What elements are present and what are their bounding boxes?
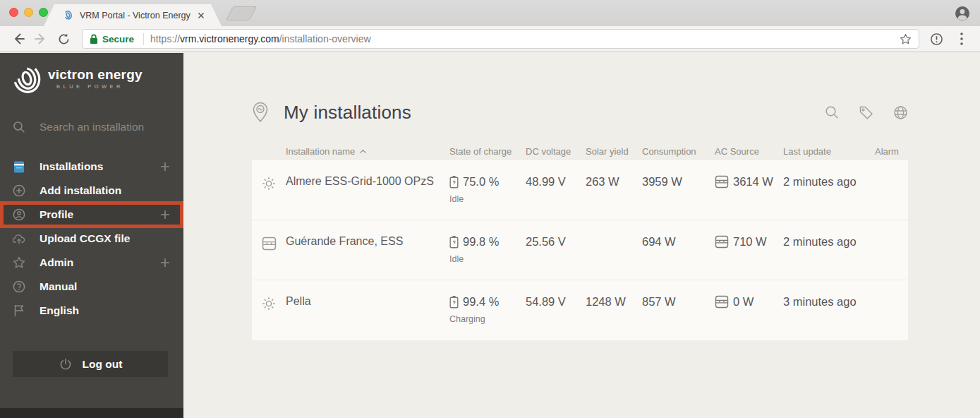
sidebar-menu: Installations Add installation Profil	[0, 155, 183, 323]
ac-source-icon	[715, 295, 729, 309]
last-update-cell: 3 minutes ago	[783, 280, 875, 340]
sidebar-item-manual[interactable]: Manual	[0, 275, 183, 299]
url-scheme: https://	[150, 33, 180, 44]
ac-source-cell: 0 W	[715, 280, 783, 340]
column-installation-name[interactable]: Installation name	[286, 146, 449, 157]
last-update-cell: 2 minutes ago	[783, 160, 875, 220]
brand-name: victron energy	[48, 67, 143, 83]
minimize-window-button[interactable]	[24, 8, 33, 17]
battery-icon	[449, 235, 459, 249]
table-row[interactable]: Pella 99.4 % Charging 54.89 V 1248 W	[252, 280, 908, 340]
column-alarm[interactable]: Alarm	[875, 146, 908, 157]
column-dc-voltage[interactable]: DC voltage	[526, 146, 586, 157]
battery-icon	[449, 295, 459, 309]
state-of-charge-cell: 75.0 % Idle	[449, 160, 526, 220]
sidebar-item-english[interactable]: English	[0, 299, 183, 323]
consumption-cell: 857 W	[642, 280, 715, 340]
power-icon	[59, 357, 73, 371]
new-tab-button[interactable]	[226, 6, 258, 20]
sort-ascending-icon	[359, 149, 367, 154]
plus-icon[interactable]	[159, 161, 171, 172]
table-row[interactable]: Almere ESS-Grid-1000 OPzS 75.0 % Idle 48…	[252, 160, 908, 220]
installations-icon	[13, 161, 25, 173]
profile-icon	[13, 208, 25, 221]
page-title: My installations	[284, 102, 411, 124]
location-pin-icon	[252, 102, 269, 123]
tab-title: VRM Portal - Victron Energy	[80, 11, 192, 20]
sidebar-item-admin[interactable]: Admin	[0, 251, 183, 275]
forward-button[interactable]	[32, 30, 50, 48]
globe-icon[interactable]	[893, 105, 908, 120]
maximize-window-button[interactable]	[39, 8, 48, 17]
help-circle-icon	[13, 280, 25, 293]
tag-icon[interactable]	[859, 105, 873, 120]
state-of-charge-cell: 99.4 % Charging	[449, 280, 526, 340]
cloud-upload-icon	[13, 233, 25, 245]
tab-strip: VRM Portal - Victron Energy	[0, 0, 980, 26]
search-icon[interactable]	[825, 105, 839, 119]
installation-name: Guérande France, ESS	[286, 220, 449, 280]
victron-logo: victron energy BLUE POWER	[8, 62, 143, 95]
browser-toolbar: Secure https://vrm.victronenergy.com/ins…	[0, 26, 980, 52]
installations-table: Almere ESS-Grid-1000 OPzS 75.0 % Idle 48…	[252, 160, 908, 340]
logout-label: Log out	[83, 358, 123, 371]
dc-voltage-cell: 54.89 V	[526, 280, 586, 340]
page-info-icon[interactable]	[927, 30, 945, 48]
sidebar-item-upload-ccgx-file[interactable]: Upload CCGX file	[0, 227, 183, 251]
search-installation-input[interactable]	[40, 121, 167, 133]
dc-voltage-cell: 25.56 V	[526, 220, 586, 280]
sidebar-search	[0, 115, 183, 139]
plus-icon[interactable]	[159, 257, 171, 268]
table-row[interactable]: Guérande France, ESS 99.8 % Idle 25.56 V	[252, 220, 908, 280]
column-ac-source[interactable]: AC Source	[715, 146, 783, 157]
secure-label: Secure	[102, 34, 134, 44]
ac-source-cell: 710 W	[715, 220, 783, 280]
logout-button[interactable]: Log out	[13, 351, 168, 377]
soc-status: Idle	[449, 254, 526, 264]
star-icon	[13, 256, 25, 269]
column-solar-yield[interactable]: Solar yield	[586, 146, 642, 157]
address-bar[interactable]: Secure https://vrm.victronenergy.com/ins…	[82, 29, 919, 49]
tab-close-icon[interactable]	[198, 12, 205, 19]
alarm-cell	[875, 160, 908, 220]
consumption-cell: 694 W	[642, 220, 715, 280]
sidebar-item-add-installation[interactable]: Add installation	[0, 179, 183, 203]
plus-icon[interactable]	[159, 209, 171, 220]
ac-source-icon	[715, 235, 729, 249]
close-window-button[interactable]	[9, 8, 18, 17]
flag-icon	[13, 304, 25, 317]
brand-tagline: BLUE POWER	[56, 83, 143, 90]
browser-tab[interactable]: VRM Portal - Victron Energy	[44, 4, 222, 26]
installation-name: Pella	[286, 280, 449, 340]
sidebar-footer-strip	[0, 408, 183, 418]
column-last-update[interactable]: Last update	[783, 146, 875, 157]
solar-icon	[262, 177, 276, 191]
reload-button[interactable]	[54, 30, 73, 48]
ac-source-icon	[715, 175, 729, 189]
browser-window: VRM Portal - Victron Energy	[0, 0, 980, 418]
back-button[interactable]	[9, 30, 28, 48]
main-content: My installations	[183, 53, 980, 418]
browser-menu-icon[interactable]	[952, 30, 971, 48]
url-path: /installation-overview	[279, 33, 371, 44]
sidebar: victron energy BLUE POWER Installations	[0, 53, 183, 418]
column-state-of-charge[interactable]: State of charge	[449, 146, 526, 157]
search-icon	[13, 121, 25, 133]
add-circle-icon	[13, 184, 25, 197]
column-consumption[interactable]: Consumption	[642, 146, 715, 157]
victron-favicon-icon	[62, 10, 74, 20]
solar-yield-cell	[586, 220, 642, 280]
sidebar-item-installations[interactable]: Installations	[0, 155, 183, 179]
state-of-charge-cell: 99.8 % Idle	[449, 220, 526, 280]
dc-voltage-cell: 48.99 V	[526, 160, 586, 220]
soc-status: Idle	[449, 194, 526, 204]
alarm-cell	[875, 220, 908, 280]
last-update-cell: 2 minutes ago	[783, 220, 875, 280]
solar-yield-cell: 1248 W	[586, 280, 642, 340]
browser-profile-avatar[interactable]	[955, 6, 970, 21]
sidebar-item-profile[interactable]: Profile	[0, 201, 183, 228]
grid-icon	[262, 237, 277, 251]
victron-swirl-icon	[8, 62, 45, 95]
solar-icon	[262, 297, 276, 311]
bookmark-star-icon[interactable]	[900, 33, 912, 45]
